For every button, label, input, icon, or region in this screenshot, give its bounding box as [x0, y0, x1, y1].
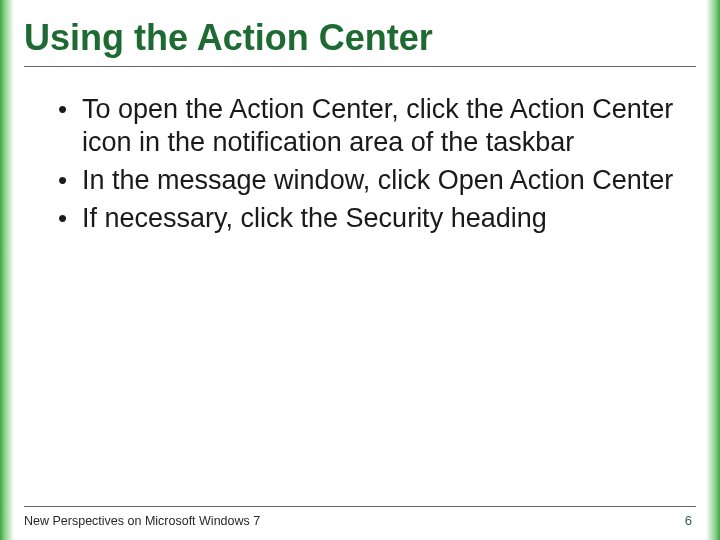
page-number: 6	[685, 513, 692, 528]
slide-title: Using the Action Center	[24, 18, 696, 58]
slide-body: Using the Action Center To open the Acti…	[14, 0, 706, 540]
bullet-item: If necessary, click the Security heading	[54, 202, 676, 236]
content-area: To open the Action Center, click the Act…	[14, 73, 706, 506]
title-area: Using the Action Center	[14, 0, 706, 73]
title-underline	[24, 66, 696, 67]
footer-source: New Perspectives on Microsoft Windows 7	[24, 514, 260, 528]
bullet-item: In the message window, click Open Action…	[54, 164, 676, 198]
left-edge-gradient	[0, 0, 14, 540]
bullet-list: To open the Action Center, click the Act…	[54, 93, 676, 236]
footer: New Perspectives on Microsoft Windows 7 …	[14, 507, 706, 540]
bullet-item: To open the Action Center, click the Act…	[54, 93, 676, 161]
right-edge-gradient	[706, 0, 720, 540]
